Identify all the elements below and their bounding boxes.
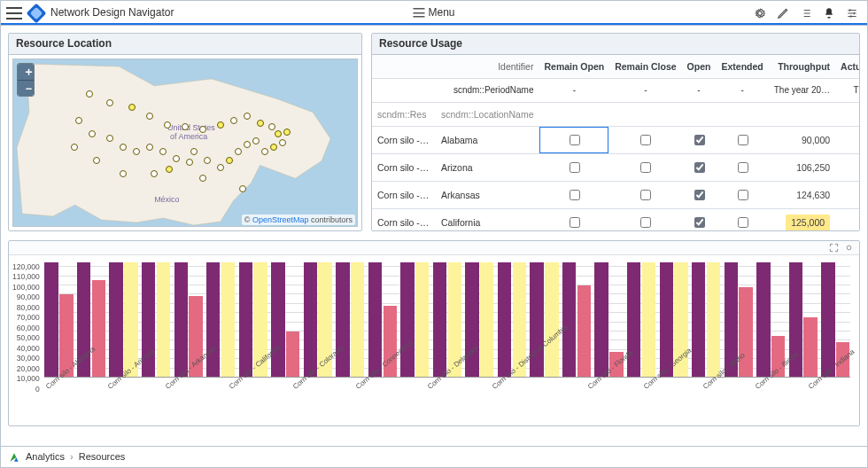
breadcrumb-sep: › bbox=[70, 450, 74, 464]
checkbox[interactable] bbox=[738, 135, 748, 145]
checkbox[interactable] bbox=[570, 162, 580, 173]
bar[interactable] bbox=[304, 262, 317, 378]
breadcrumb-analytics[interactable]: Analytics bbox=[26, 450, 65, 464]
svg-text:United States: United States bbox=[167, 123, 215, 132]
hamburger-icon[interactable] bbox=[6, 7, 22, 20]
breadcrumb: Analytics › Resources bbox=[1, 446, 867, 467]
bar[interactable] bbox=[821, 262, 834, 378]
bar[interactable] bbox=[594, 262, 608, 378]
pencil-icon[interactable] bbox=[777, 7, 789, 20]
zoom-in-button[interactable]: ＋ bbox=[18, 64, 34, 80]
col-remain-close[interactable]: Remain Close bbox=[609, 55, 681, 79]
chart-panel: 120,000110,000100,00090,00080,00070,0006… bbox=[8, 240, 860, 426]
chart-gear-icon[interactable] bbox=[844, 243, 854, 253]
panel-title: Resource Location bbox=[9, 34, 361, 55]
bar[interactable] bbox=[642, 262, 655, 378]
col-actual-capacity[interactable]: Actual Capacity bbox=[835, 55, 859, 79]
usage-table: Identifier Remain Open Remain Close Open… bbox=[372, 55, 859, 230]
bar[interactable] bbox=[433, 262, 446, 378]
sliders-icon[interactable] bbox=[846, 7, 858, 20]
checkbox[interactable] bbox=[694, 135, 705, 145]
col-identifier[interactable]: Identifier bbox=[372, 55, 539, 79]
checkbox[interactable] bbox=[570, 217, 580, 228]
map[interactable]: United States of America México ＋ － bbox=[12, 58, 358, 227]
throughput-cell: 90,000 bbox=[769, 126, 835, 153]
table-row[interactable]: Corn silo - …California125,000125,000125… bbox=[372, 209, 859, 230]
svg-text:of America: of America bbox=[170, 132, 207, 141]
map-land: United States of America México bbox=[13, 59, 357, 230]
bar[interactable] bbox=[109, 262, 122, 378]
checkbox[interactable] bbox=[640, 217, 651, 228]
checkbox[interactable] bbox=[694, 190, 705, 200]
resource-location-panel: Resource Location United States of Ameri… bbox=[8, 33, 362, 231]
bar[interactable] bbox=[239, 262, 252, 378]
bar[interactable] bbox=[498, 262, 511, 378]
osm-link[interactable]: OpenStreetMap bbox=[252, 215, 309, 224]
checkbox[interactable] bbox=[570, 135, 580, 145]
throughput-cell: 125,000 bbox=[769, 209, 835, 230]
panel-title: Resource Usage bbox=[372, 34, 859, 55]
checkbox[interactable] bbox=[570, 190, 580, 200]
svg-text:México: México bbox=[154, 195, 179, 204]
breadcrumb-resources[interactable]: Resources bbox=[79, 450, 126, 464]
bar[interactable] bbox=[756, 262, 770, 378]
checkbox[interactable] bbox=[738, 162, 748, 173]
svg-point-3 bbox=[847, 246, 851, 250]
checkbox[interactable] bbox=[738, 190, 748, 200]
checkbox[interactable] bbox=[738, 217, 748, 228]
chart-yaxis: 120,000110,000100,00090,00080,00070,0006… bbox=[12, 261, 43, 424]
zoom-out-button[interactable]: － bbox=[18, 80, 34, 96]
checkbox[interactable] bbox=[694, 162, 705, 173]
checkbox[interactable] bbox=[640, 162, 651, 173]
bar[interactable] bbox=[707, 262, 720, 378]
app-title: Network Design Navigator bbox=[50, 5, 174, 20]
breadcrumb-logo-icon bbox=[8, 451, 20, 464]
actual-cell: 125,000 bbox=[835, 126, 859, 153]
actual-cell: 125,000 bbox=[835, 182, 859, 209]
list-icon[interactable] bbox=[800, 7, 812, 20]
throughput-cell: 124,630 bbox=[769, 182, 835, 209]
menu-label: Menu bbox=[428, 5, 454, 20]
checkbox[interactable] bbox=[640, 135, 651, 145]
col-throughput[interactable]: Throughput bbox=[769, 55, 835, 79]
app-logo-icon bbox=[27, 3, 47, 23]
map-attribution: © OpenStreetMap contributors bbox=[242, 214, 355, 225]
throughput-cell: 106,250 bbox=[769, 154, 835, 182]
bar[interactable] bbox=[44, 262, 58, 378]
actual-cell: 125,000 bbox=[835, 154, 859, 182]
table-row[interactable]: Corn silo - …Alabama90,000125,000125,000 bbox=[372, 126, 859, 153]
bar[interactable] bbox=[368, 262, 382, 378]
col-remain-open[interactable]: Remain Open bbox=[539, 55, 609, 79]
col-open[interactable]: Open bbox=[682, 55, 717, 79]
menu-button[interactable]: Menu bbox=[413, 5, 454, 20]
gear-icon[interactable] bbox=[754, 7, 766, 20]
map-zoom: ＋ － bbox=[17, 63, 35, 97]
expand-icon[interactable] bbox=[829, 243, 839, 253]
resource-usage-panel: Resource Usage Identifier Remain Open Re… bbox=[371, 33, 860, 231]
actual-cell: 125,000 bbox=[835, 209, 859, 230]
chart-plot: Corn silo - AlabamaCorn silo - ArizonaCo… bbox=[43, 261, 852, 424]
table-row[interactable]: Corn silo - …Arkansas124,630125,000125,0… bbox=[372, 182, 859, 209]
table-row[interactable]: Corn silo - …Arizona106,250125,000125,00… bbox=[372, 154, 859, 182]
bar[interactable] bbox=[174, 262, 188, 378]
checkbox[interactable] bbox=[694, 217, 705, 228]
bell-icon[interactable] bbox=[823, 7, 835, 20]
menu-icon bbox=[413, 8, 424, 18]
checkbox[interactable] bbox=[640, 190, 651, 200]
col-extended[interactable]: Extended bbox=[716, 55, 768, 79]
topbar: Network Design Navigator Menu bbox=[1, 1, 867, 26]
